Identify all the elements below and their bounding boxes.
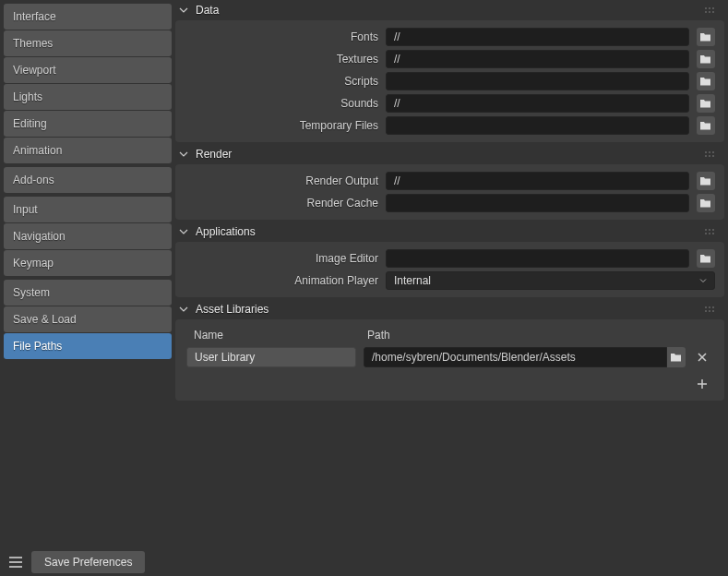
fonts-input[interactable] (386, 28, 689, 46)
sidebar-item-interface[interactable]: Interface (4, 4, 172, 30)
panel-applications-body: Image Editor Animation Player Internal (175, 242, 724, 297)
plus-icon (697, 378, 708, 390)
temp-input[interactable] (386, 116, 689, 135)
svg-point-16 (709, 233, 710, 234)
grip-icon[interactable] (704, 228, 717, 235)
svg-point-8 (712, 151, 714, 153)
svg-point-14 (712, 229, 714, 231)
panel-data-title: Data (196, 4, 698, 17)
sidebar-item-addons[interactable]: Add-ons (4, 167, 172, 193)
footer: Save Preferences (0, 548, 728, 576)
folder-icon (699, 76, 712, 87)
svg-point-11 (712, 155, 714, 157)
panel-render-header[interactable]: Render (175, 144, 724, 164)
asset-path-browse-button[interactable] (667, 347, 686, 367)
chevron-down-icon (177, 4, 190, 17)
temp-browse-button[interactable] (697, 116, 715, 135)
scripts-input[interactable] (386, 72, 689, 90)
image-editor-browse-button[interactable] (697, 249, 715, 268)
svg-point-21 (705, 310, 707, 312)
chevron-down-icon (177, 225, 190, 238)
panel-render-body: Render Output Render Cache (175, 164, 724, 220)
sidebar-item-input[interactable]: Input (4, 197, 172, 222)
asset-remove-button[interactable] (693, 348, 711, 366)
folder-icon (670, 352, 683, 363)
svg-point-5 (712, 11, 714, 13)
sidebar-item-animation[interactable]: Animation (4, 138, 172, 163)
sidebar-item-viewport[interactable]: Viewport (4, 57, 172, 83)
render-output-input[interactable] (386, 172, 689, 190)
svg-point-0 (705, 7, 707, 9)
fonts-label: Fonts (185, 30, 378, 43)
chevron-down-icon (177, 148, 190, 161)
render-cache-label: Render Cache (185, 197, 378, 210)
asset-header-path: Path (367, 329, 711, 342)
image-editor-input[interactable] (386, 249, 689, 268)
panel-applications-title: Applications (196, 225, 698, 238)
svg-point-7 (709, 151, 710, 153)
panel-data-body: Fonts Textures Scripts (175, 20, 724, 142)
anim-player-dropdown[interactable]: Internal (386, 271, 715, 290)
folder-icon (699, 31, 712, 42)
svg-point-4 (709, 11, 710, 13)
sidebar-item-system[interactable]: System (4, 280, 172, 306)
sidebar-item-keymap[interactable]: Keymap (4, 250, 172, 276)
temp-label: Temporary Files (185, 119, 378, 132)
asset-name-input[interactable] (186, 347, 356, 367)
sidebar-group-4: System Save & Load File Paths (4, 280, 172, 359)
textures-label: Textures (185, 53, 378, 66)
textures-browse-button[interactable] (697, 50, 715, 68)
folder-icon (699, 175, 712, 186)
sidebar-group-2: Add-ons (4, 167, 172, 193)
grip-icon[interactable] (704, 6, 717, 14)
sidebar-item-editing[interactable]: Editing (4, 111, 172, 137)
svg-point-17 (712, 233, 714, 234)
asset-table-header: Name Path (185, 327, 715, 347)
folder-icon (699, 54, 712, 65)
svg-point-23 (712, 310, 714, 312)
sounds-input[interactable] (386, 94, 689, 113)
svg-point-12 (705, 229, 707, 231)
render-cache-browse-button[interactable] (697, 194, 715, 212)
asset-header-name: Name (194, 329, 356, 342)
svg-point-20 (712, 306, 714, 308)
chevron-down-icon (177, 303, 190, 316)
render-cache-input[interactable] (386, 194, 689, 212)
render-output-browse-button[interactable] (697, 172, 715, 190)
textures-input[interactable] (386, 50, 689, 68)
sounds-browse-button[interactable] (697, 94, 715, 113)
close-icon (697, 352, 708, 363)
menu-button[interactable] (6, 552, 26, 572)
sidebar: Interface Themes Viewport Lights Editing… (0, 0, 175, 576)
svg-point-2 (712, 7, 714, 9)
hamburger-icon (8, 557, 23, 568)
panel-applications: Applications Image Editor Animation Play… (175, 222, 724, 297)
panel-data: Data Fonts Textures Scripts (175, 0, 724, 142)
sidebar-item-themes[interactable]: Themes (4, 30, 172, 56)
panel-data-header[interactable]: Data (175, 0, 724, 20)
panel-asset-libraries-header[interactable]: Asset Libraries (175, 299, 724, 319)
svg-point-18 (705, 306, 707, 308)
svg-point-1 (709, 7, 710, 9)
anim-player-label: Animation Player (185, 274, 378, 287)
panel-applications-header[interactable]: Applications (175, 222, 724, 242)
svg-point-9 (705, 155, 707, 157)
asset-add-button[interactable] (693, 375, 711, 393)
grip-icon[interactable] (704, 150, 717, 158)
grip-icon[interactable] (704, 306, 717, 313)
scripts-browse-button[interactable] (697, 72, 715, 90)
sidebar-item-save-load[interactable]: Save & Load (4, 306, 172, 332)
sidebar-item-navigation[interactable]: Navigation (4, 223, 172, 249)
asset-path-input[interactable] (364, 347, 667, 367)
render-output-label: Render Output (185, 174, 378, 187)
folder-icon (699, 198, 712, 209)
sidebar-group-1: Interface Themes Viewport Lights Editing… (4, 4, 172, 163)
save-preferences-button[interactable]: Save Preferences (31, 551, 145, 573)
svg-point-3 (705, 11, 707, 13)
sidebar-item-file-paths[interactable]: File Paths (4, 333, 172, 359)
panel-render: Render Render Output Render Cache (175, 144, 724, 220)
chevron-down-icon (699, 277, 707, 284)
panel-asset-libraries-title: Asset Libraries (196, 303, 698, 316)
sidebar-item-lights[interactable]: Lights (4, 84, 172, 110)
fonts-browse-button[interactable] (697, 28, 715, 46)
